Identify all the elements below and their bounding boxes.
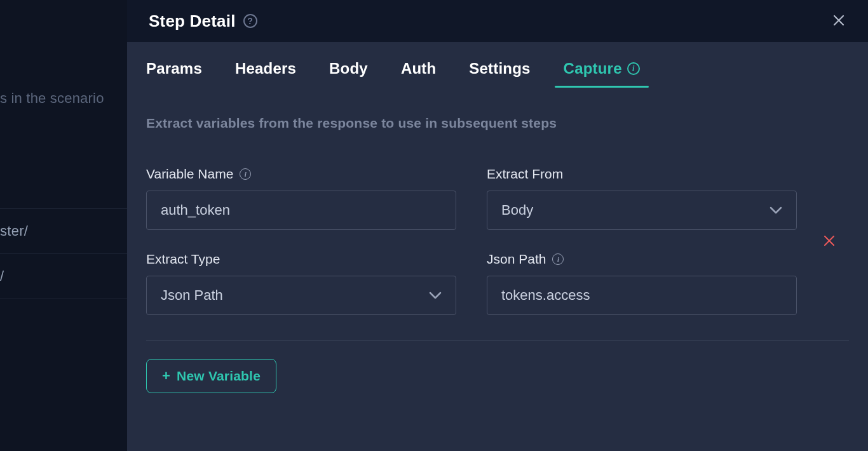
tab-label: Settings bbox=[469, 60, 530, 77]
extract-type-select[interactable]: Json Path bbox=[146, 276, 456, 315]
label-variable-name: Variable Name i bbox=[146, 166, 456, 182]
label-json-path: Json Path i bbox=[487, 252, 797, 267]
background-hint: s in the scenario bbox=[0, 76, 127, 208]
background-item: / bbox=[0, 253, 127, 299]
info-icon[interactable]: i bbox=[240, 168, 251, 180]
background-panel: s in the scenario ster/ / bbox=[0, 0, 127, 451]
panel-title: Step Detail bbox=[149, 11, 236, 31]
tab-body[interactable]: Body bbox=[329, 60, 368, 88]
help-icon[interactable]: ? bbox=[243, 14, 257, 28]
capture-intro: Extract variables from the response to u… bbox=[146, 116, 849, 131]
variable-block: Variable Name i Extract From Body bbox=[146, 166, 849, 341]
tab-headers[interactable]: Headers bbox=[235, 60, 296, 88]
tab-label: Body bbox=[329, 60, 368, 77]
tab-auth[interactable]: Auth bbox=[401, 60, 436, 88]
tab-capture[interactable]: Capture i bbox=[564, 60, 640, 88]
tab-label: Auth bbox=[401, 60, 436, 77]
field-extract-from: Extract From Body bbox=[487, 166, 797, 230]
field-variable-name: Variable Name i bbox=[146, 166, 456, 230]
tab-label: Headers bbox=[235, 60, 296, 77]
label-extract-from: Extract From bbox=[487, 166, 797, 182]
variable-name-input[interactable] bbox=[146, 191, 456, 230]
field-extract-type: Extract Type Json Path bbox=[146, 252, 456, 315]
chevron-down-icon bbox=[770, 206, 782, 214]
tabs: Params Headers Body Auth Settings Captur… bbox=[127, 42, 868, 88]
close-icon[interactable] bbox=[829, 9, 849, 33]
label-extract-type: Extract Type bbox=[146, 252, 456, 267]
background-item: ster/ bbox=[0, 208, 127, 253]
tab-params[interactable]: Params bbox=[146, 60, 202, 88]
delete-variable-icon[interactable] bbox=[824, 235, 835, 249]
chevron-down-icon bbox=[429, 292, 442, 299]
panel-header: Step Detail ? bbox=[127, 0, 868, 42]
info-icon[interactable]: i bbox=[552, 253, 564, 265]
field-json-path: Json Path i bbox=[487, 252, 797, 315]
capture-content: Extract variables from the response to u… bbox=[127, 88, 868, 393]
extract-from-select[interactable]: Body bbox=[487, 191, 797, 230]
plus-icon: + bbox=[162, 369, 170, 383]
panel-title-wrap: Step Detail ? bbox=[149, 11, 257, 31]
new-variable-button[interactable]: + New Variable bbox=[146, 359, 276, 393]
new-variable-label: New Variable bbox=[177, 368, 261, 384]
background-item bbox=[0, 299, 127, 327]
info-icon: i bbox=[627, 62, 640, 75]
tab-label: Params bbox=[146, 60, 202, 77]
step-detail-panel: Step Detail ? Params Headers Body Auth S… bbox=[127, 0, 868, 451]
tab-settings[interactable]: Settings bbox=[469, 60, 530, 88]
select-value: Json Path bbox=[161, 287, 223, 304]
tab-label: Capture bbox=[564, 60, 622, 77]
select-value: Body bbox=[501, 202, 533, 219]
json-path-input[interactable] bbox=[487, 276, 797, 315]
